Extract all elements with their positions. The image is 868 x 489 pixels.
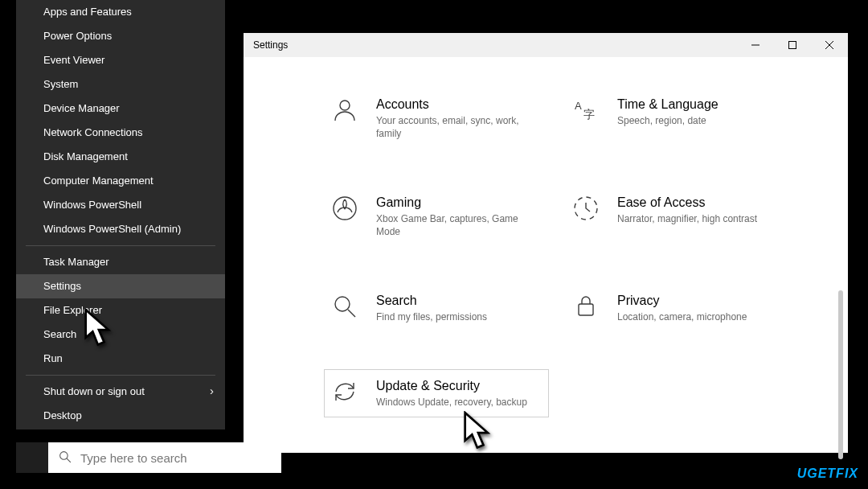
winx-item-settings[interactable]: Settings xyxy=(16,274,225,298)
update-security-icon xyxy=(331,378,358,405)
scrollbar[interactable] xyxy=(835,57,846,453)
search-icon xyxy=(331,293,358,320)
tile-desc: Xbox Game Bar, captures, Game Mode xyxy=(376,212,529,238)
close-button[interactable] xyxy=(811,33,848,57)
accounts-icon xyxy=(331,97,358,124)
tile-desc: Your accounts, email, sync, work, family xyxy=(376,114,529,140)
tile-desc: Windows Update, recovery, backup xyxy=(376,396,527,409)
ease-of-access-icon xyxy=(572,195,600,222)
winx-separator xyxy=(26,245,215,246)
winx-item-task-manager[interactable]: Task Manager xyxy=(16,250,225,274)
tile-title: Accounts xyxy=(376,97,529,113)
winx-item-windows-powershell-admin[interactable]: Windows PowerShell (Admin) xyxy=(16,217,225,241)
winx-menu: Apps and Features Power Options Event Vi… xyxy=(16,0,225,429)
tile-desc: Find my files, permissions xyxy=(376,310,487,323)
tile-gaming[interactable]: Gaming Xbox Game Bar, captures, Game Mod… xyxy=(324,186,549,247)
winx-item-power-options[interactable]: Power Options xyxy=(16,24,225,48)
tile-title: Privacy xyxy=(617,293,747,309)
winx-item-windows-powershell[interactable]: Windows PowerShell xyxy=(16,193,225,217)
minimize-button[interactable] xyxy=(737,33,774,57)
taskbar-search[interactable]: Type here to search xyxy=(48,442,281,473)
svg-point-9 xyxy=(335,297,350,311)
watermark: UGETFIX xyxy=(797,466,858,481)
titlebar[interactable]: Settings xyxy=(244,33,848,57)
scrollbar-thumb[interactable] xyxy=(838,290,843,459)
tile-ease-of-access[interactable]: Ease of Access Narrator, magnifier, high… xyxy=(565,186,790,247)
gaming-icon xyxy=(331,195,358,222)
winx-item-apps-and-features[interactable]: Apps and Features xyxy=(16,0,225,24)
settings-window: Settings Accounts Your accounts, email, … xyxy=(244,33,848,453)
svg-rect-1 xyxy=(789,42,796,49)
winx-separator xyxy=(26,375,215,376)
tile-time-language[interactable]: A字 Time & Language Speech, region, date xyxy=(565,88,790,149)
winx-item-run[interactable]: Run xyxy=(16,347,225,371)
window-title: Settings xyxy=(244,39,288,51)
tile-desc: Location, camera, microphone xyxy=(617,310,747,323)
winx-item-system[interactable]: System xyxy=(16,72,225,97)
tile-title: Update & Security xyxy=(376,378,527,394)
tile-desc: Narrator, magnifier, high contrast xyxy=(617,212,757,225)
start-button[interactable] xyxy=(16,442,48,473)
winx-item-shut-down[interactable]: Shut down or sign out xyxy=(16,380,225,404)
winx-item-disk-management[interactable]: Disk Management xyxy=(16,145,225,169)
maximize-button[interactable] xyxy=(774,33,811,57)
tile-privacy[interactable]: Privacy Location, camera, microphone xyxy=(565,284,790,332)
winx-item-computer-management[interactable]: Computer Management xyxy=(16,169,225,193)
settings-content: Accounts Your accounts, email, sync, wor… xyxy=(244,57,848,453)
tile-title: Time & Language xyxy=(617,97,719,113)
tile-desc: Speech, region, date xyxy=(617,114,719,127)
svg-line-10 xyxy=(348,310,355,317)
svg-point-4 xyxy=(340,101,350,110)
svg-text:字: 字 xyxy=(583,108,595,121)
search-icon xyxy=(58,450,72,466)
svg-point-12 xyxy=(60,451,68,459)
svg-line-13 xyxy=(67,458,71,462)
winx-item-search[interactable]: Search xyxy=(16,323,225,347)
tile-accounts[interactable]: Accounts Your accounts, email, sync, wor… xyxy=(324,88,549,149)
taskbar-search-placeholder: Type here to search xyxy=(80,451,187,465)
winx-item-desktop[interactable]: Desktop xyxy=(16,404,225,428)
winx-item-file-explorer[interactable]: File Explorer xyxy=(16,298,225,323)
tile-search[interactable]: Search Find my files, permissions xyxy=(324,284,549,332)
tile-title: Search xyxy=(376,293,487,309)
winx-item-device-manager[interactable]: Device Manager xyxy=(16,97,225,121)
svg-rect-11 xyxy=(579,304,593,315)
tile-title: Ease of Access xyxy=(617,195,757,211)
privacy-icon xyxy=(572,293,600,320)
tile-update-security[interactable]: Update & Security Windows Update, recove… xyxy=(324,369,549,417)
time-language-icon: A字 xyxy=(572,97,600,124)
winx-item-event-viewer[interactable]: Event Viewer xyxy=(16,48,225,72)
winx-item-network-connections[interactable]: Network Connections xyxy=(16,121,225,145)
svg-text:A: A xyxy=(575,100,582,112)
tile-title: Gaming xyxy=(376,195,529,211)
